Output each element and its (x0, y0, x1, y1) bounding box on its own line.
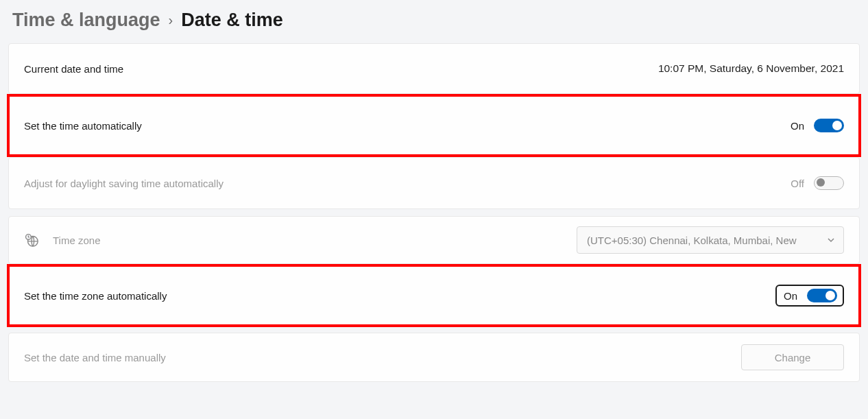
row-set-manually: Set the date and time manually Change (8, 333, 860, 382)
set-manually-label: Set the date and time manually (24, 352, 166, 363)
row-set-timezone-automatically: Set the time zone automatically On (8, 265, 860, 326)
set-timezone-automatically-toggle[interactable] (807, 289, 837, 302)
toggle-thumb (817, 178, 825, 187)
change-button-label: Change (775, 352, 811, 363)
dst-auto-state: Off (791, 178, 804, 189)
row-dst-auto: Adjust for daylight saving time automati… (8, 157, 860, 209)
focus-ring: On (775, 285, 844, 307)
row-set-time-automatically: Set the time automatically On (8, 95, 860, 156)
change-button: Change (741, 344, 844, 370)
timezone-dropdown: (UTC+05:30) Chennai, Kolkata, Mumbai, Ne… (577, 226, 844, 254)
current-datetime-value: 10:07 PM, Saturday, 6 November, 2021 (658, 62, 844, 75)
chevron-right-icon: › (169, 12, 173, 28)
breadcrumb-parent[interactable]: Time & language (12, 10, 160, 31)
current-datetime-label: Current date and time (24, 63, 123, 75)
row-timezone: Time zone (UTC+05:30) Chennai, Kolkata, … (8, 216, 860, 264)
timezone-label: Time zone (53, 235, 100, 246)
globe-clock-icon (24, 232, 39, 248)
row-current-datetime: Current date and time 10:07 PM, Saturday… (8, 43, 860, 94)
set-time-automatically-state: On (791, 120, 804, 132)
chevron-down-icon (827, 235, 835, 246)
set-time-automatically-toggle[interactable] (814, 119, 844, 132)
set-time-automatically-label: Set the time automatically (24, 120, 142, 132)
settings-list: Current date and time 10:07 PM, Saturday… (8, 43, 860, 382)
timezone-selected: (UTC+05:30) Chennai, Kolkata, Mumbai, Ne… (587, 235, 821, 246)
toggle-thumb (832, 121, 842, 130)
dst-auto-toggle (814, 176, 844, 190)
set-timezone-automatically-state: On (784, 290, 797, 302)
dst-auto-label: Adjust for daylight saving time automati… (24, 178, 224, 189)
breadcrumb-current: Date & time (181, 10, 283, 31)
set-timezone-automatically-label: Set the time zone automatically (24, 290, 167, 302)
toggle-thumb (825, 291, 835, 300)
breadcrumb: Time & language › Date & time (0, 0, 868, 43)
